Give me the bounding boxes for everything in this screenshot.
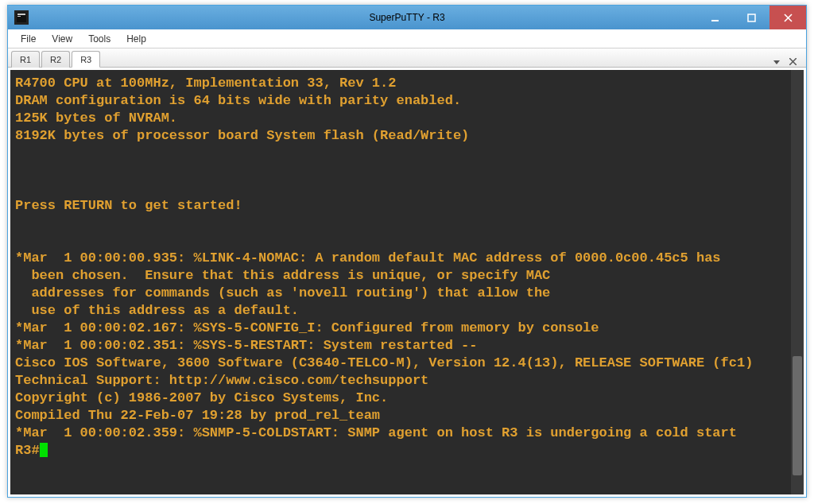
terminal-line: Compiled Thu 22-Feb-07 19:28 by prod_rel… xyxy=(15,407,786,425)
tabs: R1 R2 R3 xyxy=(11,50,102,67)
terminal-line: Copyright (c) 1986-2007 by Cisco Systems… xyxy=(15,390,786,407)
app-icon xyxy=(14,10,29,25)
terminal-line: addresses for commands (such as 'novell … xyxy=(15,285,786,302)
tab-r1[interactable]: R1 xyxy=(11,51,40,68)
menu-tools[interactable]: Tools xyxy=(80,31,118,47)
svg-rect-1 xyxy=(17,14,25,15)
terminal-line: Press RETURN to get started! xyxy=(15,197,786,215)
tab-close-icon[interactable] xyxy=(786,57,800,67)
terminal-line: been chosen. Ensure that this address is… xyxy=(15,267,786,285)
tab-r3[interactable]: R3 xyxy=(72,51,100,68)
cursor xyxy=(40,443,48,457)
terminal-line xyxy=(15,215,786,232)
tabbar: R1 R2 R3 xyxy=(8,48,806,68)
close-button[interactable] xyxy=(769,6,806,29)
terminal-line: *Mar 1 00:00:02.167: %SYS-5-CONFIG_I: Co… xyxy=(15,320,786,337)
application-window: SuperPuTTY - R3 File View Tools Help R1 … xyxy=(7,5,807,498)
terminal-line: *Mar 1 00:00:02.359: %SNMP-5-COLDSTART: … xyxy=(15,425,786,442)
terminal-line: *Mar 1 00:00:02.351: %SYS-5-RESTART: Sys… xyxy=(15,337,786,355)
window-title: SuperPuTTY - R3 xyxy=(369,12,444,23)
window-controls xyxy=(696,6,806,29)
terminal-line: Technical Support: http://www.cisco.com/… xyxy=(15,372,786,390)
prompt-text: R3# xyxy=(15,443,40,458)
terminal-line: R4700 CPU at 100MHz, Implementation 33, … xyxy=(15,75,786,92)
maximize-button[interactable] xyxy=(733,6,769,29)
svg-rect-4 xyxy=(748,14,755,21)
menu-help[interactable]: Help xyxy=(118,31,154,47)
terminal-container: R4700 CPU at 100MHz, Implementation 33, … xyxy=(8,68,806,497)
scrollbar[interactable] xyxy=(791,70,804,494)
tab-r2[interactable]: R2 xyxy=(41,51,70,68)
terminal-line xyxy=(15,232,786,250)
tab-controls xyxy=(770,57,803,67)
terminal-line: DRAM configuration is 64 bits wide with … xyxy=(15,92,786,110)
menubar: File View Tools Help xyxy=(8,29,806,48)
svg-rect-3 xyxy=(711,20,719,21)
tab-dropdown-icon[interactable] xyxy=(770,57,783,67)
terminal[interactable]: R4700 CPU at 100MHz, Implementation 33, … xyxy=(10,70,791,494)
terminal-line: use of this address as a default. xyxy=(15,302,786,320)
terminal-line: Cisco IOS Software, 3600 Software (C3640… xyxy=(15,355,786,372)
svg-marker-7 xyxy=(773,60,780,64)
terminal-line xyxy=(15,145,786,162)
titlebar[interactable]: SuperPuTTY - R3 xyxy=(8,6,806,29)
scrollbar-thumb[interactable] xyxy=(793,356,802,475)
minimize-button[interactable] xyxy=(696,6,733,29)
terminal-line xyxy=(15,180,786,197)
terminal-line: 8192K bytes of processor board System fl… xyxy=(15,127,786,145)
terminal-line: *Mar 1 00:00:00.935: %LINK-4-NOMAC: A ra… xyxy=(15,250,786,267)
svg-rect-2 xyxy=(17,16,21,17)
menu-view[interactable]: View xyxy=(44,31,80,47)
terminal-line xyxy=(15,162,786,180)
terminal-prompt[interactable]: R3# xyxy=(15,442,786,459)
terminal-line: 125K bytes of NVRAM. xyxy=(15,110,786,127)
menu-file[interactable]: File xyxy=(13,31,44,47)
